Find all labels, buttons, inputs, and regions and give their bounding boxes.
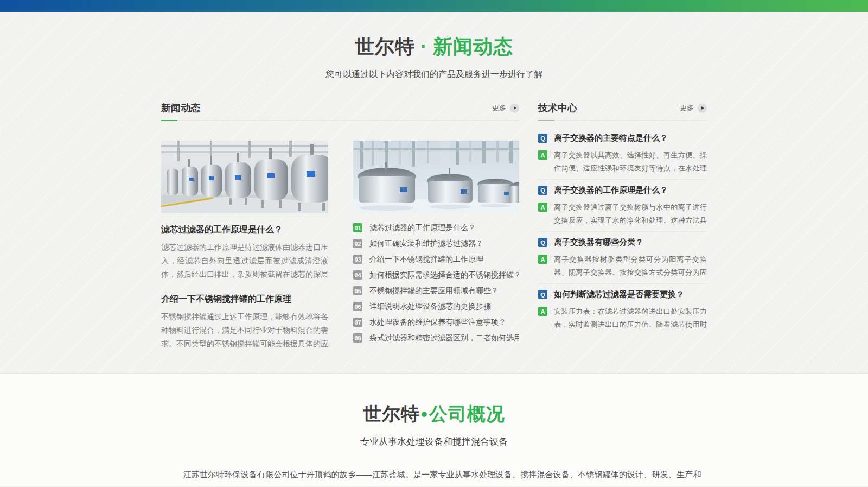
qa-item: Q 如何判断滤芯过滤器是否需要更换？ A 安装压力表：在滤芯过滤器的进出口处安装… xyxy=(538,284,707,336)
answer-badge: A xyxy=(538,150,547,160)
news-column: 新闻动态 更多 xyxy=(161,99,519,351)
about-section-subtitle: 专业从事水处理设备和搅拌混合设备 xyxy=(0,435,868,448)
news-photo-tank-row[interactable] xyxy=(161,141,328,213)
mixing-tanks-illustration xyxy=(353,141,519,213)
qa-answer: A 离子交换器通过离子交换树脂与水中的离子进行交换反应，实现了水的净化和处理。这… xyxy=(538,201,707,227)
answer-badge: A xyxy=(538,307,547,316)
list-number-badge: 02 xyxy=(353,239,362,248)
news-list-item[interactable]: 06 详细说明水处理设备滤芯的更换步骤 xyxy=(353,299,519,314)
news-list-card: 01 滤芯过滤器的工作原理是什么？ 02 如何正确安装和维护滤芯过滤器？ 03 … xyxy=(353,141,519,351)
news-article-card: 滤芯过滤器的工作原理是什么？ 滤芯过滤器的工作原理是待过滤液体由滤器进口压入，经… xyxy=(161,141,328,351)
question-badge: Q xyxy=(538,134,547,143)
title-dot-separator: • xyxy=(421,403,428,424)
about-section-title: 世尔特•公司概况 xyxy=(0,402,868,427)
news-photo-mixing-tanks[interactable] xyxy=(353,141,519,213)
news-list-item[interactable]: 03 介绍一下不锈钢搅拌罐的工作原理 xyxy=(353,251,519,267)
qa-question[interactable]: Q 离子交换器有哪些分类？ xyxy=(538,237,707,248)
answer-badge: A xyxy=(538,203,547,212)
about-section-header: 世尔特•公司概况 专业从事水处理设备和搅拌混合设备 xyxy=(0,402,868,448)
list-number-badge: 07 xyxy=(353,318,362,327)
more-arrow-icon[interactable] xyxy=(698,104,707,113)
qa-item: Q 离子交换器的工作原理是什么？ A 离子交换器通过离子交换树脂与水中的离子进行… xyxy=(538,180,707,232)
factory-tanks-illustration xyxy=(161,141,328,213)
news-list-item[interactable]: 01 滤芯过滤器的工作原理是什么？ xyxy=(353,220,519,236)
news-column-title: 新闻动态 xyxy=(161,102,200,115)
news-column-header: 新闻动态 更多 xyxy=(161,99,519,117)
news-list-item[interactable]: 08 袋式过滤器和精密过滤器区别，二者如何选用 xyxy=(353,330,519,346)
news-more-link[interactable]: 更多 xyxy=(492,103,519,113)
news-overview-section: 世尔特·新闻动态 您可以通过以下内容对我们的产品及服务进一步进行了解 新闻动态 … xyxy=(0,12,868,374)
news-list-item[interactable]: 05 不锈钢搅拌罐的主要应用领域有哪些？ xyxy=(353,283,519,299)
tech-column-divider xyxy=(538,120,707,121)
news-title-list: 01 滤芯过滤器的工作原理是什么？ 02 如何正确安装和维护滤芯过滤器？ 03 … xyxy=(353,220,519,346)
qa-list: Q 离子交换器的主要特点是什么？ A 离子交换器以其高效、选择性好、再生方便、操… xyxy=(538,128,707,336)
company-overview-section: 世尔特•公司概况 专业从事水处理设备和搅拌混合设备 江苏世尔特环保设备有限公司位… xyxy=(0,374,868,486)
news-list-item[interactable]: 07 水处理设备的维护保养有哪些注意事项？ xyxy=(353,314,519,330)
title-dot-separator: · xyxy=(420,35,427,58)
brand-name: 世尔特 xyxy=(363,403,420,424)
tech-center-column: 技术中心 更多 Q 离子交换器的主要特点是什么？ A 离子交换器以其高效、选择性… xyxy=(538,99,707,351)
news-more-label: 更多 xyxy=(492,103,506,113)
news-section-subtitle: 您可以通过以下内容对我们的产品及服务进一步进行了解 xyxy=(0,69,868,80)
article-title[interactable]: 滤芯过滤器的工作原理是什么？ xyxy=(161,224,328,236)
qa-answer: A 安装压力表：在滤芯过滤器的进出口处安装压力表，实时监测进出口的压力值。随着滤… xyxy=(538,305,707,331)
news-section-header: 世尔特·新闻动态 您可以通过以下内容对我们的产品及服务进一步进行了解 xyxy=(0,34,868,80)
qa-answer: A 离子交换器按树脂类型分类可分为阳离子交换器、阴离子交换器。按按交换方式分类可… xyxy=(538,253,707,279)
qa-question[interactable]: Q 离子交换器的工作原理是什么？ xyxy=(538,185,707,195)
brand-name: 世尔特 xyxy=(355,35,415,58)
qa-item: Q 离子交换器有哪些分类？ A 离子交换器按树脂类型分类可分为阳离子交换器、阴离… xyxy=(538,232,707,284)
about-section-title-highlight: 公司概况 xyxy=(429,403,505,424)
article-excerpt: 滤芯过滤器的工作原理是待过滤液体由滤器进口压入，经滤芯自外向里透过滤层而被过滤成… xyxy=(161,241,328,281)
tech-more-link[interactable]: 更多 xyxy=(680,103,707,113)
tech-column-title: 技术中心 xyxy=(538,102,577,115)
answer-badge: A xyxy=(538,255,547,264)
question-badge: Q xyxy=(538,186,547,195)
qa-question[interactable]: Q 如何判断滤芯过滤器是否需要更换？ xyxy=(538,289,707,300)
tech-more-label: 更多 xyxy=(680,103,694,113)
list-number-badge: 06 xyxy=(353,302,362,311)
top-gradient-bar xyxy=(0,0,868,12)
question-badge: Q xyxy=(538,290,547,299)
tech-column-header: 技术中心 更多 xyxy=(538,99,707,117)
article-title[interactable]: 介绍一下不锈钢搅拌罐的工作原理 xyxy=(161,294,328,305)
list-number-badge: 08 xyxy=(353,333,362,343)
news-section-title-highlight: 新闻动态 xyxy=(433,35,513,58)
question-badge: Q xyxy=(538,238,547,247)
article-excerpt: 不锈钢搅拌罐通过上述工作原理，能够有效地将各种物料进行混合，满足不同行业对于物料… xyxy=(161,310,328,351)
news-list-item[interactable]: 04 如何根据实际需求选择合适的不锈钢搅拌罐？ xyxy=(353,267,519,283)
list-number-badge: 01 xyxy=(353,223,362,232)
list-number-badge: 03 xyxy=(353,255,362,264)
news-list-item[interactable]: 02 如何正确安装和维护滤芯过滤器？ xyxy=(353,236,519,251)
news-column-divider xyxy=(161,120,519,121)
company-intro-paragraph: 江苏世尔特环保设备有限公司位于丹顶鹤的故乡——江苏盐城。是一家专业从事水处理设备… xyxy=(167,465,701,487)
news-section-title: 世尔特·新闻动态 xyxy=(0,34,868,60)
qa-item: Q 离子交换器的主要特点是什么？ A 离子交换器以其高效、选择性好、再生方便、操… xyxy=(538,128,707,180)
list-number-badge: 04 xyxy=(353,270,362,280)
qa-question[interactable]: Q 离子交换器的主要特点是什么？ xyxy=(538,133,707,143)
content-columns: 新闻动态 更多 xyxy=(161,99,707,351)
more-arrow-icon[interactable] xyxy=(510,104,519,113)
qa-answer: A 离子交换器以其高效、选择性好、再生方便、操作简便、适应性强和环境友好等特点，… xyxy=(538,149,707,175)
list-number-badge: 05 xyxy=(353,286,362,295)
